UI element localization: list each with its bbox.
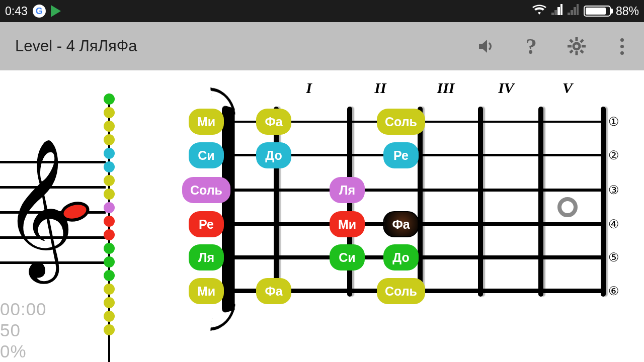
fretboard: IIIIIIIVV ①②③④⑤⑥МиФаСольСиДоРеСольЛяРеМи…	[186, 90, 621, 362]
scale-dot	[104, 175, 115, 186]
string-number: ③	[606, 183, 621, 198]
string-number: ①	[606, 114, 621, 129]
page-title: Level - 4 ЛяЛяФа	[15, 37, 137, 55]
stat-time: 00:00	[0, 299, 47, 320]
string-3	[225, 189, 604, 192]
stat-percent: 0%	[0, 341, 47, 362]
scale-dot	[104, 229, 115, 240]
note-chip[interactable]: Ми	[330, 211, 365, 237]
scale-dot	[104, 94, 115, 105]
fret-inlay	[557, 197, 578, 217]
note-chip[interactable]: Фа	[383, 211, 419, 237]
note-chip[interactable]: Си	[189, 142, 224, 168]
fret-wire	[601, 107, 606, 297]
note-chip[interactable]: Ми	[189, 278, 224, 304]
scale-dot	[104, 256, 115, 267]
scale-dot	[104, 148, 115, 159]
fret-number-row: IIIIIIIVV	[186, 79, 604, 100]
note-chip[interactable]: Соль	[182, 177, 230, 203]
string-number: ⑥	[606, 284, 621, 299]
android-status-bar: 0:43 G 88%	[0, 0, 644, 22]
note-chip[interactable]: Ре	[383, 142, 419, 168]
fret-wire	[274, 107, 279, 297]
scale-dot	[104, 202, 115, 213]
app-bar: Level - 4 ЛяЛяФа ?	[0, 22, 644, 70]
note-chip[interactable]: Ля	[330, 177, 365, 203]
scale-dot	[104, 161, 115, 172]
fret-wire	[418, 107, 423, 297]
scale-dot	[104, 107, 115, 118]
scale-dot	[104, 134, 115, 145]
help-button[interactable]: ?	[521, 36, 541, 56]
signal-icon	[551, 4, 562, 18]
note-chip[interactable]: Си	[330, 244, 365, 270]
note-chip[interactable]: Соль	[377, 278, 425, 304]
main-area: 𝄞 00:00 50 0% IIIIIIIVV ①②③④⑤⑥МиФаСольСи…	[0, 70, 644, 362]
note-chip[interactable]: Фа	[256, 109, 291, 135]
string-number: ②	[606, 148, 621, 163]
scale-dot	[104, 216, 115, 227]
fret-roman: III	[437, 79, 454, 97]
google-icon: G	[33, 5, 46, 18]
fret-wire	[538, 107, 543, 297]
note-chip[interactable]: Ми	[189, 109, 224, 135]
fret-wire	[478, 107, 483, 297]
scale-dot	[104, 243, 115, 254]
scale-dot	[104, 284, 115, 295]
scale-dot	[104, 324, 115, 335]
fret-roman: IV	[498, 79, 514, 97]
scale-dot	[104, 270, 115, 281]
scale-dot	[104, 311, 115, 322]
stat-count: 50	[0, 320, 47, 341]
fret-roman: I	[306, 79, 312, 97]
scale-dot	[104, 297, 115, 308]
scale-dot	[104, 189, 115, 200]
note-scale-dots	[100, 94, 120, 362]
note-chip[interactable]: До	[256, 142, 291, 168]
play-store-icon	[51, 5, 61, 17]
status-time: 0:43	[5, 5, 28, 18]
left-panel: 𝄞 00:00 50 0%	[0, 70, 186, 362]
guitar-nut	[222, 105, 235, 314]
note-chip[interactable]: До	[383, 244, 419, 270]
note-chip[interactable]: Соль	[377, 109, 425, 135]
game-stats: 00:00 50 0%	[0, 299, 47, 362]
scale-dot	[104, 121, 115, 132]
note-chip[interactable]: Ля	[189, 244, 224, 270]
fretboard-panel: IIIIIIIVV ①②③④⑤⑥МиФаСольСиДоРеСольЛяРеМи…	[186, 70, 644, 362]
string-number: ⑤	[606, 250, 621, 265]
fret-roman: II	[374, 79, 386, 97]
note-chip[interactable]: Ре	[189, 211, 224, 237]
sound-button[interactable]	[476, 36, 496, 56]
note-chip[interactable]: Фа	[256, 278, 291, 304]
wifi-icon	[532, 4, 546, 18]
string-number: ④	[606, 217, 621, 232]
